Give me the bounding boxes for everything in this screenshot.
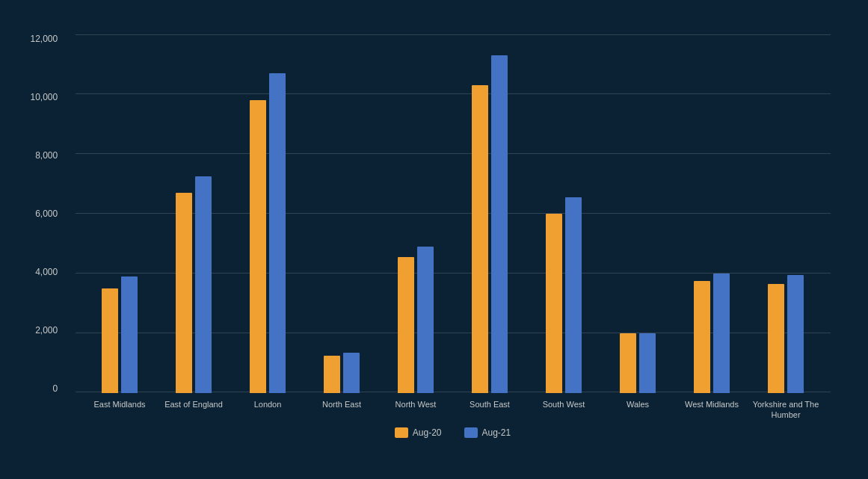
chart-area: 12,00010,0008,0006,0004,0002,0000: [76, 34, 831, 393]
y-axis-label: 10,000: [31, 93, 58, 102]
bar-group: [231, 34, 305, 393]
x-label-group: South East: [453, 399, 527, 421]
y-axis-label: 8,000: [35, 151, 58, 160]
x-axis-label: West Midlands: [685, 399, 739, 421]
bar-aug20: [768, 284, 784, 393]
x-axis-label: East of England: [164, 399, 223, 421]
bar-aug21: [787, 275, 804, 393]
x-label-group: Wales: [601, 399, 675, 421]
x-axis-label: South West: [543, 399, 585, 421]
y-axis-label: 12,000: [31, 34, 58, 43]
legend-item: Aug-20: [395, 427, 442, 438]
x-label-group: London: [231, 399, 305, 421]
bar-group: [379, 34, 453, 393]
bar-aug20: [546, 214, 562, 393]
bar-aug20: [694, 281, 710, 393]
bar-group: [749, 34, 823, 393]
bar-aug21: [343, 353, 360, 393]
bar-aug21: [639, 333, 656, 393]
legend-label: Aug-20: [413, 427, 442, 438]
chart-legend: Aug-20Aug-21: [76, 427, 831, 438]
x-axis-label: South East: [470, 399, 510, 421]
bar-aug21: [565, 197, 582, 393]
bar-group: [453, 34, 527, 393]
legend-label: Aug-21: [482, 427, 511, 438]
bar-aug20: [398, 257, 414, 393]
bar-aug20: [250, 100, 266, 393]
x-label-group: West Midlands: [675, 399, 749, 421]
x-axis-label: North East: [322, 399, 361, 421]
y-axis-label: 4,000: [35, 268, 58, 276]
x-axis-label: East Midlands: [93, 399, 145, 421]
y-axis-label: 0: [53, 384, 58, 393]
x-label-group: East Midlands: [83, 399, 157, 421]
x-axis-label: North West: [395, 399, 437, 421]
bar-aug20: [324, 356, 340, 393]
bar-aug21: [195, 176, 212, 393]
x-label-group: Yorkshire and The Humber: [749, 399, 823, 421]
legend-color-box: [464, 427, 478, 438]
bar-aug20: [176, 193, 192, 393]
bar-aug20: [472, 85, 488, 393]
y-axis-label: 6,000: [35, 209, 58, 218]
y-axis-label: 2,000: [35, 326, 58, 335]
bar-aug20: [620, 333, 636, 393]
y-axis-labels: 12,00010,0008,0006,0004,0002,0000: [31, 34, 58, 393]
bar-aug21: [417, 247, 434, 393]
bar-aug21: [269, 73, 286, 393]
legend-color-box: [395, 427, 408, 438]
x-label-group: East of England: [157, 399, 231, 421]
x-label-group: North East: [305, 399, 379, 421]
bar-group: [157, 34, 231, 393]
bar-group: [83, 34, 157, 393]
x-axis-label: London: [254, 399, 282, 421]
bar-aug21: [713, 274, 730, 393]
x-label-group: South West: [527, 399, 601, 421]
chart-container: 12,00010,0008,0006,0004,0002,0000 East M…: [23, 12, 846, 468]
bar-aug21: [121, 276, 138, 393]
x-axis-label: Yorkshire and The Humber: [749, 399, 823, 421]
bar-group: [601, 34, 675, 393]
bar-group: [675, 34, 749, 393]
bars-wrapper: [76, 34, 831, 393]
bar-aug21: [491, 55, 508, 393]
x-labels: East MidlandsEast of EnglandLondonNorth …: [76, 399, 831, 421]
x-axis-label: Wales: [627, 399, 649, 421]
bar-aug20: [102, 288, 118, 393]
bar-group: [305, 34, 379, 393]
bar-group: [527, 34, 601, 393]
x-label-group: North West: [379, 399, 453, 421]
legend-item: Aug-21: [464, 427, 511, 438]
